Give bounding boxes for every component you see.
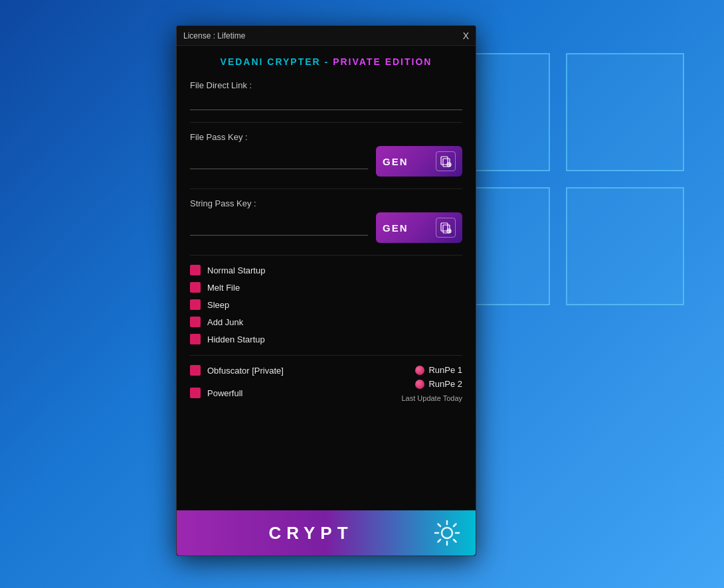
checkboxes-section: Normal Startup Melt File Sleep Add Junk … <box>190 265 462 344</box>
string-pass-key-section: String Pass Key : GEN <box>190 198 462 243</box>
radio-runpe2[interactable]: RunPe 2 <box>415 379 462 389</box>
divider-3 <box>190 255 462 256</box>
win-quad-tr <box>566 53 684 171</box>
app-title: VEDANI CRYPTER - PRIVATE EDITION <box>190 56 462 67</box>
right-options: RunPe 1 RunPe 2 Last Update Today <box>401 365 462 402</box>
checkbox-melt-file[interactable]: Melt File <box>190 282 462 293</box>
file-pass-key-input[interactable] <box>190 153 368 169</box>
gen-label-2: GEN <box>383 222 408 234</box>
bottom-options: Obfuscator [Private] Powerfull RunPe 1 R… <box>190 365 462 405</box>
string-pass-key-row: GEN <box>190 212 462 243</box>
checkbox-box-3 <box>190 299 201 310</box>
svg-rect-5 <box>441 223 448 231</box>
checkbox-box-2 <box>190 282 201 293</box>
file-direct-link-section: File Direct Link : <box>190 80 462 110</box>
desktop: License : Lifetime X VEDANI CRYPTER - PR… <box>0 0 724 588</box>
divider-2 <box>190 188 462 189</box>
checkbox-box-obfuscator <box>190 365 201 376</box>
crypt-label: CRYPT <box>190 523 432 544</box>
file-pass-key-label: File Pass Key : <box>190 132 462 142</box>
file-direct-link-input[interactable] <box>190 94 462 110</box>
radio-dot-1 <box>415 366 424 375</box>
svg-point-10 <box>442 528 452 538</box>
string-pass-key-input[interactable] <box>190 220 368 236</box>
checkbox-sleep[interactable]: Sleep <box>190 299 462 310</box>
checkbox-box-powerfull <box>190 388 201 398</box>
win-quad-br <box>566 187 684 305</box>
title-bar: License : Lifetime X <box>177 26 476 46</box>
gen-icon-2 <box>436 218 456 238</box>
gen-icon-1 <box>436 151 456 171</box>
checkbox-label-sleep: Sleep <box>207 300 229 310</box>
divider-4 <box>190 355 462 356</box>
radio-runpe1[interactable]: RunPe 1 <box>415 365 462 375</box>
gen-label-1: GEN <box>383 156 408 167</box>
title-bar-text: License : Lifetime <box>183 31 245 40</box>
left-options: Obfuscator [Private] Powerfull <box>190 365 284 405</box>
last-update-text: Last Update Today <box>401 394 462 402</box>
crypt-button[interactable]: CRYPT <box>177 510 476 555</box>
app-window: License : Lifetime X VEDANI CRYPTER - PR… <box>176 25 476 556</box>
checkbox-box-1 <box>190 265 201 275</box>
string-pass-key-label: String Pass Key : <box>190 198 462 208</box>
file-pass-key-section: File Pass Key : GEN <box>190 132 462 177</box>
radio-label-runpe2: RunPe 2 <box>428 379 462 389</box>
checkbox-powerfull[interactable]: Powerfull <box>190 388 284 398</box>
radio-label-runpe1: RunPe 1 <box>428 365 462 375</box>
app-title-private: PRIVATE EDITION <box>333 56 432 67</box>
checkbox-label-add-junk: Add Junk <box>207 317 243 327</box>
divider-1 <box>190 122 462 123</box>
crypt-btn-row: CRYPT <box>177 510 476 555</box>
checkbox-label-powerfull: Powerfull <box>207 388 242 398</box>
string-pass-key-gen-button[interactable]: GEN <box>376 212 462 243</box>
checkbox-box-5 <box>190 334 201 344</box>
checkbox-normal-startup[interactable]: Normal Startup <box>190 265 462 275</box>
file-direct-link-label: File Direct Link : <box>190 80 462 90</box>
close-button[interactable]: X <box>463 31 469 40</box>
gear-icon <box>432 518 462 548</box>
checkbox-label-hidden-startup: Hidden Startup <box>207 334 265 344</box>
radio-dot-2 <box>415 380 424 389</box>
app-title-vedani: VEDANI CRYPTER - <box>221 56 333 67</box>
file-pass-key-gen-button[interactable]: GEN <box>376 146 462 177</box>
checkbox-hidden-startup[interactable]: Hidden Startup <box>190 334 462 344</box>
checkbox-label-normal-startup: Normal Startup <box>207 265 265 275</box>
app-content: VEDANI CRYPTER - PRIVATE EDITION File Di… <box>177 46 476 422</box>
checkbox-label-obfuscator: Obfuscator [Private] <box>207 366 284 376</box>
checkbox-label-melt-file: Melt File <box>207 283 240 293</box>
checkbox-box-4 <box>190 317 201 327</box>
checkbox-add-junk[interactable]: Add Junk <box>190 317 462 327</box>
file-pass-key-row: GEN <box>190 146 462 177</box>
checkbox-obfuscator[interactable]: Obfuscator [Private] <box>190 365 284 376</box>
svg-rect-0 <box>441 157 448 165</box>
